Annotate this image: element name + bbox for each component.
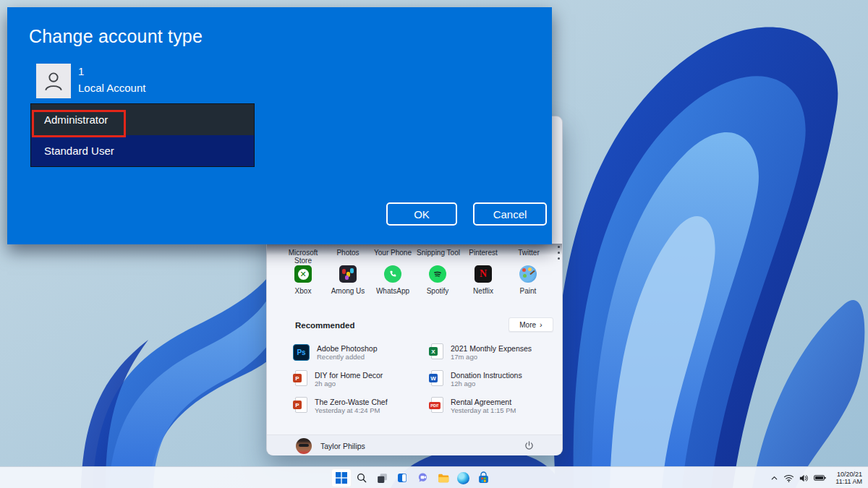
start-button[interactable] [331,468,352,487]
task-view-icon [376,472,388,484]
tray-time: 11:11 AM [835,478,862,485]
start-icon [336,472,347,484]
whatsapp-icon [384,265,401,283]
netflix-icon: N [475,265,492,283]
account-avatar [36,64,71,98]
chevron-up-icon [770,474,779,483]
recommended-item[interactable]: W Donation Instructions 12h ago [429,369,563,393]
task-view-button[interactable] [372,468,392,487]
edge-icon [457,472,469,484]
pinned-app-label[interactable]: Twitter [506,249,552,257]
pinned-apps-scrollbar[interactable] [556,246,561,260]
recommended-item[interactable]: P The Zero-Waste Chef Yesterday at 4:24 … [293,396,427,419]
tray-date: 10/20/21 [835,471,862,478]
xbox-icon: ✕ [294,265,312,283]
widgets-icon [396,472,408,484]
excel-file-icon: X [429,343,443,361]
battery-button[interactable] [814,474,826,482]
power-button[interactable] [522,438,536,453]
user-profile-button[interactable]: Taylor Philips [296,437,365,455]
account-type-dropdown: Administrator Standard User [30,103,255,167]
battery-icon [814,474,826,482]
start-menu-footer: Taylor Philips [267,435,562,455]
spotify-icon [429,265,446,283]
microsoft-store-button[interactable] [473,468,493,487]
pinned-app-label[interactable]: Photos [325,249,371,257]
dialog-title: Change account type [29,26,203,47]
app-xbox[interactable]: ✕ Xbox [280,265,326,295]
account-type: Local Account [78,82,145,94]
photoshop-icon: Ps [293,344,310,361]
user-icon [41,68,66,94]
widgets-button[interactable] [392,468,412,487]
network-button[interactable] [783,474,794,483]
cancel-button[interactable]: Cancel [473,202,547,226]
pinned-app-label[interactable]: Your Phone [370,249,416,257]
avatar [296,438,312,454]
change-account-type-dialog: Change account type 1 Local Account Admi… [7,7,552,244]
app-spotify[interactable]: Spotify [414,265,461,295]
edge-button[interactable] [453,468,473,487]
clock[interactable]: 10/20/21 11:11 AM [835,471,862,485]
power-icon [524,440,535,451]
file-explorer-button[interactable] [433,468,453,487]
pinned-app-label[interactable]: Snipping Tool [415,249,461,257]
chevron-right-icon: › [540,321,542,328]
app-netflix[interactable]: N Netflix [460,265,506,295]
option-standard-user[interactable]: Standard User [31,135,254,166]
app-whatsapp[interactable]: WhatsApp [370,265,416,295]
volume-button[interactable] [799,474,809,483]
volume-icon [799,474,809,483]
chat-icon [417,472,429,484]
search-button[interactable] [352,468,372,487]
taskbar: 10/20/21 11:11 AM [0,466,868,488]
pdf-file-icon: PDF [429,397,443,414]
word-file-icon: W [429,370,443,388]
recommended-item[interactable]: Ps Adobe Photoshop Recently added [293,343,427,366]
app-paint[interactable]: Paint [505,265,551,295]
wifi-icon [783,474,794,483]
among-us-icon [339,265,357,283]
option-administrator[interactable]: Administrator [31,104,254,135]
recommended-more-button[interactable]: More › [509,317,553,332]
pinned-app-label[interactable]: Pinterest [460,249,506,257]
recommended-item[interactable]: P DIY for Home Decor 2h ago [293,369,427,393]
account-name: 1 [78,65,84,77]
ok-button[interactable]: OK [386,202,457,226]
microsoft-store-icon [477,472,490,484]
file-explorer-icon [437,472,449,484]
powerpoint-file-icon: P [293,370,307,388]
app-among-us[interactable]: Among Us [325,265,371,295]
chat-button[interactable] [412,468,433,487]
recommended-header: Recommended [295,321,354,330]
recommended-item[interactable]: PDF Rental Agreement Yesterday at 1:15 P… [429,396,563,419]
powerpoint-file-icon: P [293,397,307,414]
paint-icon [519,265,537,283]
recommended-item[interactable]: X 2021 Monthly Expenses 17m ago [429,343,563,366]
pinned-app-label[interactable]: Microsoft Store [280,249,326,265]
search-icon [356,472,367,484]
tray-overflow-button[interactable] [770,474,779,483]
